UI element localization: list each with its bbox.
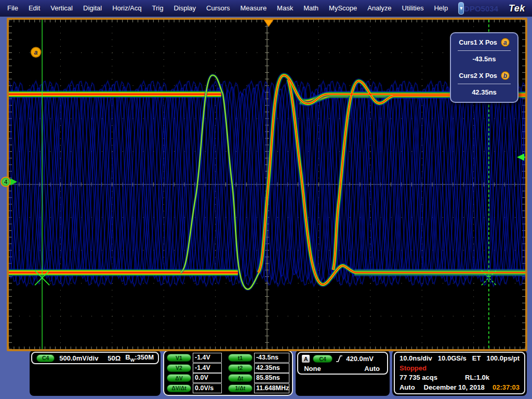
time-label: 02:37:03 — [493, 383, 520, 391]
sample-rate: 10.0GS/s — [438, 354, 467, 362]
tek-logo: Tek — [509, 3, 525, 14]
menu-display[interactable]: Display — [168, 0, 201, 17]
meas-row-dvdt: ΔV/Δt 0.0V/s — [167, 383, 222, 394]
cursor1-label: Curs1 X Pos — [459, 39, 497, 46]
t2-badge: t2 — [228, 364, 252, 372]
menu-myscope[interactable]: MyScope — [324, 0, 362, 17]
inv-dt-value: 11.648MHz — [254, 383, 289, 393]
meas-row-v1: V1 -1.4V — [167, 353, 222, 363]
cursor-a-badge: a — [501, 38, 510, 47]
meas-row-dt: Δt 85.85ns — [228, 373, 289, 383]
trigger-level: 420.0mV — [346, 355, 374, 363]
menu-measure[interactable]: Measure — [235, 0, 272, 17]
t2-value: 42.35ns — [254, 363, 289, 373]
svg-text:a: a — [34, 49, 38, 56]
trigger-mode-label: Auto — [400, 383, 415, 391]
trigger-settings[interactable]: A C4 420.0mV None Auto — [297, 352, 388, 375]
dt-value: 85.85ns — [254, 373, 289, 383]
trigger-panel: A C4 420.0mV None Auto — [296, 350, 390, 396]
dt-badge: Δt — [228, 374, 252, 382]
waveform-display: a 4 Curs1 X Pos a -43.5ns Curs2 X Pos b … — [0, 17, 532, 349]
divider — [458, 84, 511, 84]
channel4-position-marker[interactable]: 4 — [1, 177, 11, 187]
v1-value: -1.4V — [193, 353, 222, 363]
readout-bar: C4 500.0mV/div 50Ω BW:350M V1 -1.4V V2 -… — [0, 349, 532, 399]
meas-row-1dt: 1/Δt 11.648MHz — [228, 383, 289, 394]
graticule: a — [7, 18, 527, 351]
channel4-badge: C4 — [36, 354, 55, 362]
meas-row-t2: t2 42.35ns — [228, 363, 289, 374]
cursor-readout-panel[interactable]: Curs1 X Pos a -43.5ns Curs2 X Pos b 42.3… — [450, 32, 518, 103]
acquisition-count: 77 735 acqs — [400, 374, 437, 381]
menu-digital[interactable]: Digital — [78, 0, 107, 17]
dvdt-value: 0.0V/s — [193, 383, 222, 393]
dv-value: 0.0V — [193, 373, 222, 383]
channel4-arrow-icon — [10, 178, 17, 185]
chevron-down-icon: ▼ — [459, 6, 463, 11]
date-label: December 10, 2018 — [424, 383, 485, 391]
menu-vertical[interactable]: Vertical — [45, 0, 78, 17]
menu-edit[interactable]: Edit — [23, 0, 45, 17]
menu-horiz-acq[interactable]: Horiz/Acq — [107, 0, 147, 17]
meas-row-v2: V2 -1.4V — [167, 363, 222, 374]
model-label: DPO5034 — [464, 4, 498, 13]
menu-help[interactable]: Help — [429, 0, 453, 17]
v2-badge: V2 — [167, 364, 191, 372]
menu-file[interactable]: File — [2, 0, 23, 17]
horizontal-panel: 10.0ns/div 10.0GS/s ET 100.0ps/pt Stoppe… — [392, 350, 527, 396]
trigger-source-badge: A — [302, 355, 310, 363]
cursor-b-badge: b — [501, 71, 510, 80]
rising-edge-icon — [336, 354, 343, 363]
trigger-mode-none: None — [304, 365, 321, 373]
bandwidth: BW:350M — [125, 353, 154, 363]
menu-mask[interactable]: Mask — [272, 0, 298, 17]
record-length: RL:1.0k — [465, 374, 489, 381]
input-impedance: 50Ω — [108, 354, 121, 362]
menu-bar: File Edit Vertical Digital Horiz/Acq Tri… — [0, 0, 532, 17]
menu-utilities[interactable]: Utilities — [397, 0, 429, 17]
menu-dropdown-button[interactable]: ▼ — [458, 2, 464, 15]
trigger-channel-badge: C4 — [313, 355, 332, 363]
menu-cursors[interactable]: Cursors — [201, 0, 235, 17]
et-label: ET — [472, 354, 481, 362]
v2-value: -1.4V — [193, 363, 222, 373]
channel4-settings[interactable]: C4 500.0mV/div 50Ω BW:350M — [31, 352, 159, 364]
horizontal-acquisition-settings[interactable]: 10.0ns/div 10.0GS/s ET 100.0ps/pt Stoppe… — [394, 352, 525, 394]
meas-row-t1: t1 -43.5ns — [228, 353, 289, 363]
menu-analyze[interactable]: Analyze — [362, 0, 396, 17]
trigger-mode-auto: Auto — [364, 365, 380, 373]
divider — [458, 50, 511, 51]
cursor2-value: 42.35ns — [456, 88, 512, 96]
dv-badge: ΔV — [167, 374, 191, 382]
vertical-scale: 500.0mV/div — [59, 354, 98, 362]
channel-panel: C4 500.0mV/div 50Ω BW:350M — [30, 350, 161, 396]
meas-row-dv: ΔV 0.0V — [167, 373, 222, 383]
timebase: 10.0ns/div — [400, 354, 432, 362]
menu-trig[interactable]: Trig — [147, 0, 168, 17]
cursor-measurements-panel: V1 -1.4V V2 -1.4V ΔV 0.0V ΔV/Δt 0.0V/s — [163, 350, 293, 396]
t1-value: -43.5ns — [254, 353, 289, 363]
cursor1-value: -43.5ns — [456, 55, 512, 63]
dvdt-badge: ΔV/Δt — [167, 384, 191, 392]
oscilloscope-screen: File Edit Vertical Digital Horiz/Acq Tri… — [0, 0, 532, 399]
waveform-plot[interactable]: a — [9, 20, 525, 349]
resolution: 100.0ps/pt — [486, 354, 520, 362]
t1-badge: t1 — [228, 354, 252, 362]
v1-badge: V1 — [167, 354, 191, 362]
acquisition-status: Stopped — [400, 364, 520, 372]
inv-dt-badge: 1/Δt — [228, 384, 252, 392]
menu-math[interactable]: Math — [298, 0, 324, 17]
cursor2-label: Curs2 X Pos — [459, 72, 497, 79]
